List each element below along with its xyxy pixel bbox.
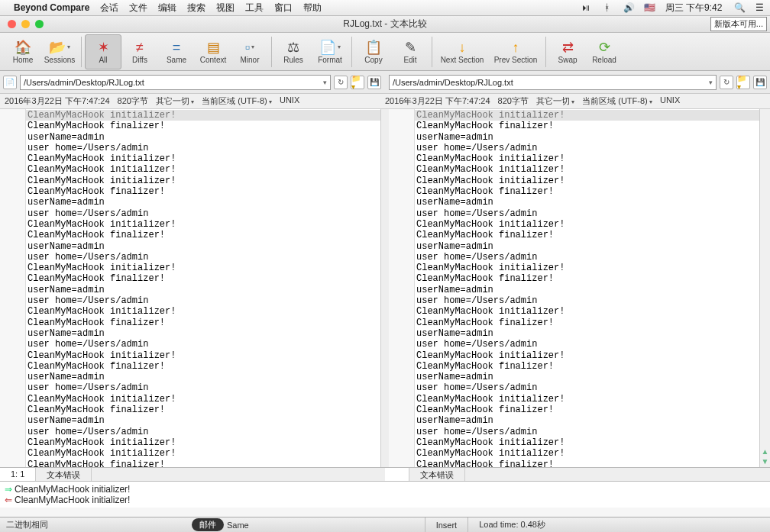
camera-icon[interactable]: ⏯ — [581, 2, 590, 13]
right-cursor-tab[interactable] — [385, 468, 409, 481]
same-icon: = — [173, 39, 181, 56]
left-path-input[interactable]: /Users/admin/Desktop/RJLog.txt▾ — [20, 75, 331, 90]
menu-help[interactable]: 帮助 — [303, 2, 322, 15]
info-row: 2016年3月22日 下午7:47:24 820字节 其它一切 当前区域 (UT… — [0, 94, 770, 109]
left-save-button[interactable]: 💾 — [367, 76, 381, 89]
sessions-button[interactable]: 📂▾Sessions — [41, 34, 78, 69]
flag-icon[interactable]: 🇺🇸 — [644, 2, 653, 13]
path-row: 📄 /Users/admin/Desktop/RJLog.txt▾ ↻ 📁▾ 💾… — [0, 71, 770, 94]
overview-strip[interactable] — [381, 109, 389, 467]
right-pane: CleanMyMacHook initializer! CleanMyMacHo… — [389, 109, 770, 467]
right-path-input[interactable]: /Users/admin/Desktop/RJLog.txt▾ — [389, 75, 717, 90]
right-save-button[interactable]: 💾 — [753, 76, 767, 89]
search-icon[interactable]: 🔍 — [734, 2, 743, 13]
format-icon: 📄▾ — [319, 39, 341, 56]
left-lineend: UNIX — [280, 95, 299, 107]
prev-section-button[interactable]: ↑Prev Section — [489, 34, 542, 69]
all-icon: ✶ — [98, 39, 109, 56]
copy-button[interactable]: 📋Copy — [355, 34, 392, 69]
format-button[interactable]: 📄▾Format — [312, 34, 348, 69]
edit-button[interactable]: ✎Edit — [392, 34, 429, 69]
menu-tools[interactable]: 工具 — [245, 2, 264, 15]
right-history-button[interactable]: ↻ — [720, 76, 733, 89]
status-insert: Insert — [425, 517, 468, 532]
status-loadtime: Load time: 0.48秒 — [467, 517, 556, 532]
scroll-down-icon[interactable]: ▼ — [762, 457, 769, 466]
rules-button[interactable]: ⚖Rules — [275, 34, 312, 69]
diffs-icon: ≠ — [136, 39, 144, 56]
volume-icon[interactable]: 🔊 — [623, 2, 632, 13]
right-current-line-highlight — [415, 110, 759, 121]
same-button[interactable]: =Same — [158, 34, 195, 69]
menu-session[interactable]: 会话 — [100, 2, 118, 15]
minor-button[interactable]: ▫▾Minor — [231, 34, 268, 69]
vertical-scrollbar[interactable]: ▲▼ — [759, 109, 770, 467]
left-content[interactable]: CleanMyMacHook initializer! CleanMyMacHo… — [26, 109, 381, 467]
app-name[interactable]: Beyond Compare — [14, 2, 89, 13]
window-title: RJLog.txt - 文本比较 — [0, 18, 770, 31]
rules-icon: ⚖ — [287, 39, 299, 56]
menu-search[interactable]: 搜索 — [187, 2, 205, 15]
home-icon: 🏠 — [15, 39, 31, 56]
bottom-tab-row: 1: 1 文本错误 文本错误 — [0, 468, 770, 482]
right-filter-dropdown[interactable]: 其它一切 — [536, 95, 574, 107]
menu-view[interactable]: 视图 — [216, 2, 235, 15]
right-size: 820字节 — [498, 95, 529, 107]
window-titlebar: RJLog.txt - 文本比较 新版本可用... — [0, 16, 770, 33]
left-cursor-tab[interactable]: 1: 1 — [0, 468, 36, 481]
copy-icon: 📋 — [365, 39, 382, 56]
left-error-tab[interactable]: 文本错误 — [36, 468, 92, 481]
right-date: 2016年3月22日 下午7:47:24 — [385, 95, 490, 107]
menu-icon[interactable]: ☰ — [755, 2, 764, 13]
reload-button[interactable]: ⟳Reload — [586, 34, 623, 69]
menu-window[interactable]: 窗口 — [274, 2, 293, 15]
mail-badge[interactable]: 邮件 — [192, 518, 224, 531]
all-button[interactable]: ✶All — [85, 34, 121, 69]
diffs-button[interactable]: ≠Diffs — [121, 34, 158, 69]
home-button[interactable]: 🏠Home — [5, 34, 41, 69]
next-section-button[interactable]: ↓Next Section — [435, 34, 489, 69]
left-file-icon[interactable]: 📄 — [3, 76, 17, 89]
diff-line-1: CleanMyMacHook initializer! — [15, 484, 130, 495]
left-gutter — [0, 109, 26, 467]
right-gutter — [389, 109, 415, 467]
context-button[interactable]: ▤Context — [195, 34, 231, 69]
status-binary-same: 二进制相同 — [0, 519, 54, 530]
left-pane: CleanMyMacHook initializer! CleanMyMacHo… — [0, 109, 381, 467]
right-error-tab[interactable]: 文本错误 — [409, 468, 465, 481]
status-same: Same — [227, 521, 249, 530]
right-browse-button[interactable]: 📁▾ — [736, 76, 750, 89]
swap-button[interactable]: ⇄Swap — [549, 34, 586, 69]
left-date: 2016年3月22日 下午7:47:24 — [5, 95, 110, 107]
reload-icon: ⟳ — [599, 39, 610, 56]
swap-icon: ⇄ — [562, 39, 574, 56]
system-tray: ⏯ ᚼ 🔊 🇺🇸 周三 下午9:42 🔍 ☰ — [572, 2, 764, 15]
menu-file[interactable]: 文件 — [129, 2, 147, 15]
compare-panes: CleanMyMacHook initializer! CleanMyMacHo… — [0, 109, 770, 468]
status-bar: 二进制相同 邮件 Same Insert Load time: 0.48秒 — [0, 517, 770, 532]
context-icon: ▤ — [207, 39, 220, 56]
diff-line-2: CleanMyMacHook initializer! — [15, 495, 130, 505]
left-browse-button[interactable]: 📁▾ — [351, 76, 364, 89]
left-history-button[interactable]: ↻ — [334, 76, 348, 89]
down-arrow-icon: ↓ — [459, 39, 466, 56]
menu-edit[interactable]: 编辑 — [158, 2, 176, 15]
left-encoding-dropdown[interactable]: 当前区域 (UTF-8) — [202, 95, 272, 107]
left-current-line-highlight — [26, 110, 380, 121]
clock[interactable]: 周三 下午9:42 — [665, 2, 723, 13]
diff-arrow-left-icon: ⇐ — [5, 495, 12, 505]
right-content[interactable]: CleanMyMacHook initializer! CleanMyMacHo… — [415, 109, 759, 467]
right-encoding-dropdown[interactable]: 当前区域 (UTF-8) — [582, 95, 652, 107]
diff-detail-area: ⇒CleanMyMacHook initializer! ⇐CleanMyMac… — [0, 482, 770, 508]
sessions-icon: 📂▾ — [49, 39, 70, 56]
right-lineend: UNIX — [660, 95, 680, 107]
left-filter-dropdown[interactable]: 其它一切 — [156, 95, 194, 107]
new-version-button[interactable]: 新版本可用... — [710, 17, 767, 31]
edit-icon: ✎ — [405, 39, 416, 56]
scroll-up-icon[interactable]: ▲ — [762, 447, 769, 456]
up-arrow-icon: ↑ — [513, 39, 519, 56]
diff-arrow-right-icon: ⇒ — [5, 484, 12, 495]
left-size: 820字节 — [118, 95, 148, 107]
bluetooth-icon[interactable]: ᚼ — [603, 2, 612, 13]
minor-icon: ▫▾ — [245, 39, 254, 56]
